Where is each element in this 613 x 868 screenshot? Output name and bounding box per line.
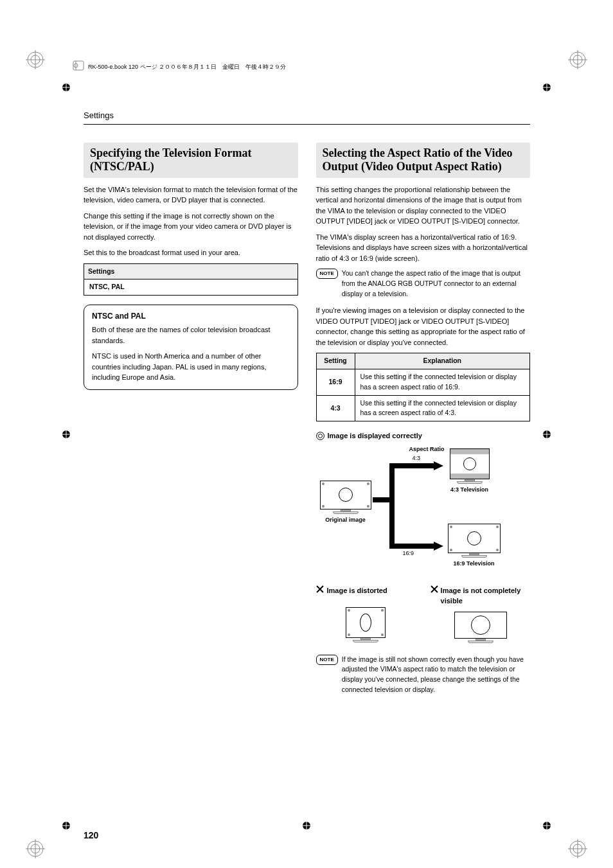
tv169-caption: 16:9 Television <box>454 560 495 569</box>
ntsc-callout-p1: Both of these are the names of color tel… <box>92 324 290 346</box>
reg-outer-bl <box>26 839 45 858</box>
ntsc-callout: NTSC and PAL Both of these are the names… <box>84 305 298 390</box>
reg-inner-br <box>542 820 552 831</box>
right-column: Selecting the Aspect Ratio of the Video … <box>316 143 531 702</box>
flow-arrows-icon <box>373 453 447 565</box>
table-row: 4:3 Use this setting if the connected te… <box>316 395 530 421</box>
reg-inner-bl <box>61 820 71 831</box>
diagram-correct-label: Image is displayed correctly <box>328 430 422 441</box>
monitor-43: 4:3 Television <box>450 448 490 495</box>
aspect-val-169: Use this setting if the connected televi… <box>355 369 530 396</box>
reg-inner-tl <box>61 82 71 93</box>
ntsc-table-value: NTSC, PAL <box>84 279 298 296</box>
bad-cropped: Image is not completely visible <box>431 585 530 643</box>
left-p3: Set this to the broadcast format used in… <box>84 247 298 258</box>
left-heading: Specifying the Television Format (NTSC/P… <box>84 143 298 178</box>
page-number: 120 <box>84 829 98 842</box>
tv43-caption: 4:3 Television <box>450 486 488 495</box>
aspect-val-43: Use this setting if the connected televi… <box>355 395 530 421</box>
x-icon <box>316 585 324 593</box>
svg-marker-41 <box>434 542 443 551</box>
aspect-key-43: 4:3 <box>316 395 355 421</box>
right-p1: This setting changes the proportional re… <box>316 184 531 227</box>
svg-rect-37 <box>73 61 84 70</box>
monitor-original: Original image <box>320 481 371 525</box>
book-icon <box>73 60 84 75</box>
reg-outer-br <box>568 839 587 858</box>
reg-inner-ml <box>61 429 71 439</box>
aspect-diagram: Image is displayed correctly Aspect Rati… <box>316 430 531 643</box>
note-2-text: If the image is still not shown correctl… <box>342 655 530 695</box>
correct-icon <box>316 432 324 440</box>
section-label: Settings <box>84 109 530 122</box>
aspect-key-169: 16:9 <box>316 369 355 396</box>
x-icon <box>431 585 437 593</box>
diagram-bad-row: Image is distorted <box>316 585 531 643</box>
aspect-th-setting: Setting <box>316 353 355 369</box>
reg-outer-tl <box>26 50 45 69</box>
note-badge: NOTE <box>316 655 338 665</box>
bad-cropped-label: Image is not completely visible <box>441 585 530 607</box>
ntsc-callout-title: NTSC and PAL <box>92 310 290 322</box>
framemaker-header: RK-500-e.book 120 ページ ２００６年８月１１日 金曜日 午後４… <box>73 60 540 75</box>
ratio-169-label: 16:9 <box>403 549 414 558</box>
monitor-169: 16:9 Television <box>448 524 501 569</box>
ntsc-settings-table: Settings NTSC, PAL <box>84 263 298 296</box>
right-p2: The VIMA's display screen has a horizont… <box>316 232 531 264</box>
aspect-th-explanation: Explanation <box>355 353 530 369</box>
reg-inner-mr <box>542 429 552 439</box>
section-rule <box>84 124 530 125</box>
bad-distorted-label: Image is distorted <box>327 585 387 596</box>
svg-marker-40 <box>434 461 443 470</box>
note-1-text: You can't change the aspect ratio of the… <box>342 269 530 299</box>
right-heading: Selecting the Aspect Ratio of the Video … <box>316 143 531 178</box>
note-1: NOTE You can't change the aspect ratio o… <box>316 269 531 299</box>
ntsc-table-header: Settings <box>84 263 298 279</box>
note-2: NOTE If the image is still not shown cor… <box>316 655 531 695</box>
original-caption: Original image <box>325 516 366 525</box>
note-badge: NOTE <box>316 269 338 279</box>
bad-distorted: Image is distorted <box>316 585 416 643</box>
ratio-43-label: 4:3 <box>413 454 421 463</box>
table-row: 16:9 Use this setting if the connected t… <box>316 369 530 396</box>
reg-outer-tr <box>568 50 587 69</box>
left-column: Specifying the Television Format (NTSC/P… <box>84 143 298 702</box>
ntsc-callout-p2: NTSC is used in North America and a numb… <box>92 351 290 383</box>
left-p2: Change this setting if the image is not … <box>84 211 298 243</box>
diagram-canvas: Aspect Ratio Original image <box>316 445 531 574</box>
monitor-cropped <box>454 612 507 643</box>
right-p3: If you're viewing images on a television… <box>316 305 531 348</box>
diagram-correct-head: Image is displayed correctly <box>316 430 531 441</box>
left-p1: Set the VIMA's television format to matc… <box>84 184 298 206</box>
reg-inner-bm <box>301 820 312 831</box>
reg-inner-tr <box>542 82 552 93</box>
monitor-distorted <box>346 607 386 642</box>
page-body: Settings Specifying the Television Forma… <box>84 109 530 702</box>
framemaker-filename: RK-500-e.book 120 ページ ２００６年８月１１日 金曜日 午後４… <box>88 63 286 72</box>
aspect-settings-table: Setting Explanation 16:9 Use this settin… <box>316 353 531 421</box>
